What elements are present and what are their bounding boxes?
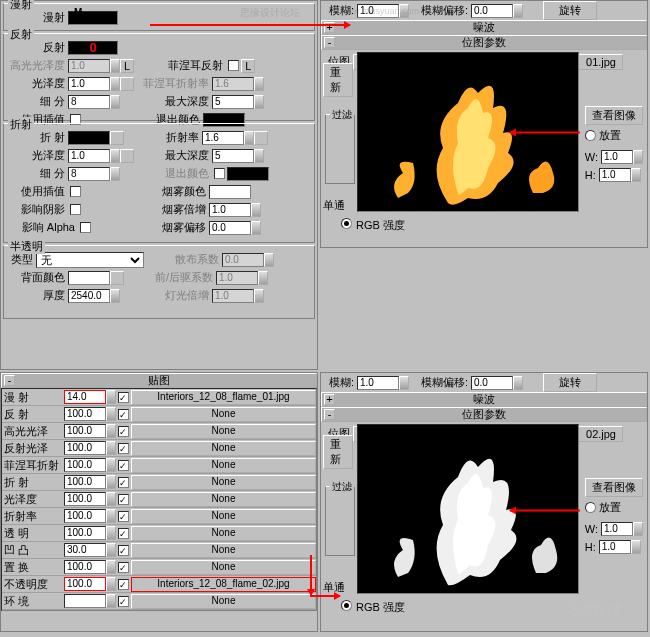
map-value[interactable]: 100.0: [64, 509, 106, 523]
map-value[interactable]: 100.0: [64, 560, 106, 574]
maps-list: 漫 射14.0Interiors_12_08_flame_01.jpg反 射10…: [1, 388, 317, 611]
lock-l2[interactable]: L: [241, 59, 255, 73]
map-name: 置 换: [2, 560, 64, 575]
map-value[interactable]: 100.0: [64, 407, 106, 421]
subdiv-l: 细 分: [6, 94, 68, 109]
map-enable-chk[interactable]: [118, 596, 129, 607]
maxdepth-v[interactable]: 5: [212, 95, 254, 109]
bitmap-header[interactable]: -位图参数: [321, 35, 647, 50]
map-row: 凹 凸30.0None: [2, 542, 316, 559]
map-name: 透 明: [2, 526, 64, 541]
map-value[interactable]: 14.0: [64, 390, 106, 404]
map-name: 反 射: [2, 407, 64, 422]
fire-preview-bw: [357, 424, 579, 594]
spinner[interactable]: [110, 59, 120, 73]
map-enable-chk[interactable]: [118, 392, 129, 403]
map-enable-chk[interactable]: [118, 562, 129, 573]
maps-panel: -贴图 漫 射14.0Interiors_12_08_flame_01.jpg反…: [0, 372, 318, 632]
map-value[interactable]: 100.0: [64, 441, 106, 455]
map-name: 漫 射: [2, 390, 64, 405]
refract-group-label: 折射: [8, 117, 34, 132]
fresnel-refl-chk[interactable]: [228, 60, 239, 71]
map-slot[interactable]: Interiors_12_08_flame_01.jpg: [131, 390, 316, 405]
map-row: 菲涅耳折射100.0None: [2, 457, 316, 474]
map-slot[interactable]: None: [131, 594, 316, 609]
map-slot[interactable]: None: [131, 526, 316, 541]
map-slot[interactable]: None: [131, 458, 316, 473]
map-value[interactable]: 100.0: [64, 424, 106, 438]
maps-header[interactable]: -贴图: [1, 373, 317, 388]
map-enable-chk[interactable]: [118, 409, 129, 420]
material-params-panel: 漫射 漫射 反射 反射 高光光泽度1.0L菲涅耳反射L 光泽度1.0菲涅耳折射率…: [0, 0, 318, 370]
map-value[interactable]: 100.0: [64, 492, 106, 506]
map-enable-chk[interactable]: [118, 494, 129, 505]
map-value[interactable]: 100.0: [64, 577, 106, 591]
gloss-v[interactable]: 1.0: [68, 77, 110, 91]
reflect-swatch[interactable]: [68, 41, 118, 55]
gloss-l: 光泽度: [6, 76, 68, 91]
map-enable-chk[interactable]: [118, 443, 129, 454]
map-name: 不透明度: [2, 577, 64, 592]
map-row: 反射光泽100.0None: [2, 440, 316, 457]
map-value[interactable]: 100.0: [64, 475, 106, 489]
map-value[interactable]: 30.0: [64, 543, 106, 557]
map-enable-chk[interactable]: [118, 545, 129, 556]
map-slot[interactable]: None: [131, 492, 316, 507]
rotate-btn[interactable]: 旋转: [543, 1, 597, 20]
subdiv-v[interactable]: 8: [68, 95, 110, 109]
map-enable-chk[interactable]: [118, 460, 129, 471]
map-slot[interactable]: None: [131, 560, 316, 575]
map-name: 环 境: [2, 594, 64, 609]
map-enable-chk[interactable]: [118, 528, 129, 539]
map-row: 透 明100.0None: [2, 525, 316, 542]
view-image-btn2[interactable]: 查看图像: [585, 478, 643, 497]
fresnel-ior-v[interactable]: 1.6: [212, 77, 254, 91]
hilight-gloss-v[interactable]: 1.0: [68, 59, 110, 73]
reflect-group: 反射 反射 高光光泽度1.0L菲涅耳反射L 光泽度1.0菲涅耳折射率1.6 细 …: [3, 33, 315, 121]
map-name: 凹 凸: [2, 543, 64, 558]
map-value[interactable]: [64, 594, 106, 608]
map-value[interactable]: 100.0: [64, 526, 106, 540]
map-slot[interactable]: None: [131, 424, 316, 439]
diffuse-swatch[interactable]: [68, 11, 118, 25]
noise-header[interactable]: +噪波: [321, 20, 647, 35]
refract-group: 折射 折 射折射率1.6 光泽度1.0最大深度5 细 分8退出颜色 使用插值烟雾…: [3, 123, 315, 243]
map-slot[interactable]: Interiors_12_08_flame_02.jpg: [131, 577, 316, 592]
map-row: 高光光泽100.0None: [2, 423, 316, 440]
type-combo[interactable]: 无: [36, 252, 144, 268]
map-slot[interactable]: None: [131, 441, 316, 456]
map-enable-chk[interactable]: [118, 511, 129, 522]
map-name: 折射率: [2, 509, 64, 524]
map-slot[interactable]: None: [131, 509, 316, 524]
map-enable-chk[interactable]: [118, 477, 129, 488]
bitmap-panel-top: 模糊:1.0 模糊偏移:0.0 旋转 +噪波 -位图参数 位图01.jpg 重新…: [320, 0, 648, 248]
map-name: 反射光泽: [2, 441, 64, 456]
map-row: 折射率100.0None: [2, 508, 316, 525]
reflect-group-label: 反射: [8, 27, 34, 42]
map-row: 折 射100.0None: [2, 474, 316, 491]
rgb-radio[interactable]: [341, 218, 352, 229]
map-slot[interactable]: None: [131, 407, 316, 422]
view-image-btn[interactable]: 查看图像: [585, 106, 643, 125]
map-enable-chk[interactable]: [118, 426, 129, 437]
minus-icon[interactable]: -: [324, 37, 335, 48]
map-slot[interactable]: None: [131, 543, 316, 558]
map-value[interactable]: 100.0: [64, 458, 106, 472]
maxdepth-l: 最大深度: [120, 94, 212, 109]
lock-l[interactable]: L: [120, 59, 134, 73]
map-row: 环 境None: [2, 593, 316, 610]
diffuse-group-label: 漫射: [8, 0, 34, 12]
fresnel-refl-l: 菲涅耳反射: [134, 58, 226, 73]
map-row: 置 换100.0None: [2, 559, 316, 576]
rotate-btn2[interactable]: 旋转: [543, 373, 597, 392]
bitmap-panel-bottom: 模糊:1.0 模糊偏移:0.0 旋转 +噪波 -位图参数 位图02.jpg 重新…: [320, 372, 648, 632]
map-slot[interactable]: None: [131, 475, 316, 490]
watermark-bottom: 飞思时代: [564, 601, 620, 619]
map-enable-chk[interactable]: [118, 579, 129, 590]
reflect-label: 反射: [6, 40, 68, 55]
arrow-viewimage-top: [510, 132, 580, 134]
refract-sw[interactable]: [68, 131, 110, 145]
map-row: 反 射100.0None: [2, 406, 316, 423]
map-name: 折 射: [2, 475, 64, 490]
map-name: 光泽度: [2, 492, 64, 507]
